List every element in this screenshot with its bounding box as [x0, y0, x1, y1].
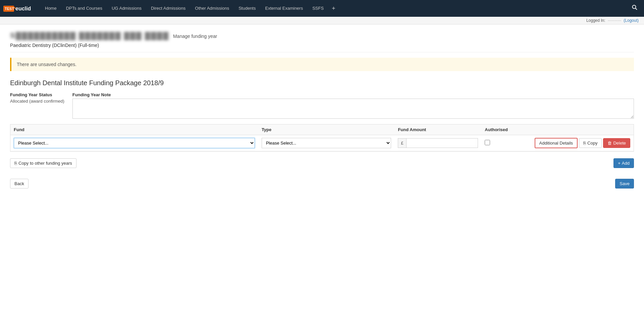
- col-header-amount: Fund Amount: [394, 124, 481, 135]
- nav-links: Home DPTs and Courses UG Admissions Dire…: [40, 0, 629, 17]
- copy-years-icon: ⎘: [14, 161, 17, 166]
- fund-table: Fund Type Fund Amount Authorised Please …: [10, 124, 634, 151]
- amount-input-wrapper: £: [398, 138, 478, 148]
- fund-select[interactable]: Please Select...: [14, 138, 255, 148]
- type-cell: Please Select...: [258, 135, 395, 151]
- add-label: Add: [622, 161, 630, 166]
- additional-details-button[interactable]: Additional Details: [535, 138, 578, 148]
- funding-status-label: Funding Year Status: [10, 92, 64, 97]
- table-footer: ⎘ Copy to other funding years + Add: [10, 156, 634, 171]
- amount-prefix: £: [398, 139, 406, 148]
- delete-button[interactable]: 🗑 Delete: [603, 138, 630, 148]
- col-header-actions: [531, 124, 634, 135]
- nav-dpts[interactable]: DPTs and Courses: [61, 0, 107, 17]
- funding-status-group: Funding Year Status Allocated (award con…: [10, 92, 64, 119]
- amount-cell: £: [394, 135, 481, 151]
- nav-students[interactable]: Students: [234, 0, 260, 17]
- action-buttons: Additional Details ⎘ Copy 🗑 Delete: [535, 138, 630, 148]
- nav-ssfs[interactable]: SSFS: [308, 0, 328, 17]
- copy-icon: ⎘: [583, 141, 586, 146]
- back-button[interactable]: Back: [10, 179, 29, 188]
- type-select[interactable]: Please Select...: [262, 138, 391, 148]
- nav-ug[interactable]: UG Admissions: [107, 0, 146, 17]
- navbar: TEST euclid Home DPTs and Courses UG Adm…: [0, 0, 644, 17]
- svg-line-4: [636, 8, 637, 10]
- section-title: Edinburgh Dental Institute Funding Packa…: [10, 79, 634, 87]
- delete-icon: 🗑: [607, 141, 612, 146]
- delete-label: Delete: [613, 141, 626, 146]
- copy-years-label: Copy to other funding years: [18, 161, 72, 166]
- page-header: S▓▓▓▓▓▓▓▓▓▓ ▓▓▓▓▓▓▓ ▓▓▓ ▓▓▓▓ Manage fund…: [10, 31, 634, 40]
- warning-banner: There are unsaved changes.: [10, 58, 634, 71]
- col-header-fund: Fund: [10, 124, 258, 135]
- auth-cell: [481, 135, 531, 151]
- nav-examiners[interactable]: External Examiners: [260, 0, 308, 17]
- funding-note-textarea[interactable]: [72, 99, 634, 119]
- copy-row-label: Copy: [587, 141, 597, 146]
- fund-table-wrapper: Fund Type Fund Amount Authorised Please …: [10, 124, 634, 152]
- logout-link[interactable]: (Logout): [624, 18, 639, 23]
- svg-text:TEST: TEST: [5, 7, 14, 11]
- svg-text:euclid: euclid: [15, 6, 31, 11]
- svg-point-3: [633, 5, 636, 9]
- search-button[interactable]: [629, 0, 641, 17]
- funding-note-label: Funding Year Note: [72, 92, 634, 97]
- page-footer: Back Save: [10, 179, 634, 188]
- login-bar: Logged In: ············ (Logout): [0, 17, 644, 24]
- brand-logo[interactable]: TEST euclid: [3, 2, 34, 14]
- funding-status-value: Allocated (award confirmed): [10, 99, 64, 104]
- page-subtitle: Manage funding year: [173, 34, 217, 39]
- logged-in-label: Logged In:: [586, 18, 605, 23]
- authorised-checkbox[interactable]: [485, 140, 490, 145]
- page-title: S▓▓▓▓▓▓▓▓▓▓ ▓▓▓▓▓▓▓ ▓▓▓ ▓▓▓▓: [10, 31, 169, 40]
- add-button[interactable]: + Add: [613, 158, 634, 168]
- nav-plus-icon[interactable]: +: [328, 0, 339, 17]
- copy-to-years-button[interactable]: ⎘ Copy to other funding years: [10, 158, 76, 168]
- table-header-row: Fund Type Fund Amount Authorised: [10, 124, 634, 135]
- nav-home[interactable]: Home: [40, 0, 61, 17]
- col-header-auth: Authorised: [481, 124, 531, 135]
- col-header-type: Type: [258, 124, 395, 135]
- nav-direct[interactable]: Direct Admissions: [146, 0, 190, 17]
- table-row: Please Select... Please Select... £: [10, 135, 634, 151]
- actions-cell: Additional Details ⎘ Copy 🗑 Delete: [531, 135, 634, 151]
- add-icon: +: [618, 161, 621, 166]
- nav-other[interactable]: Other Admissions: [190, 0, 234, 17]
- funding-note-group: Funding Year Note: [72, 92, 634, 119]
- fund-cell: Please Select...: [10, 135, 258, 151]
- username-display: ············: [608, 18, 621, 23]
- warning-message: There are unsaved changes.: [17, 62, 76, 67]
- amount-input[interactable]: [407, 139, 478, 148]
- save-button[interactable]: Save: [615, 179, 634, 188]
- main-content: S▓▓▓▓▓▓▓▓▓▓ ▓▓▓▓▓▓▓ ▓▓▓ ▓▓▓▓ Manage fund…: [0, 24, 644, 195]
- copy-row-button[interactable]: ⎘ Copy: [579, 138, 602, 148]
- course-title: Paediatric Dentistry (DClinDent) (Full-t…: [10, 43, 634, 52]
- funding-form-row: Funding Year Status Allocated (award con…: [10, 92, 634, 119]
